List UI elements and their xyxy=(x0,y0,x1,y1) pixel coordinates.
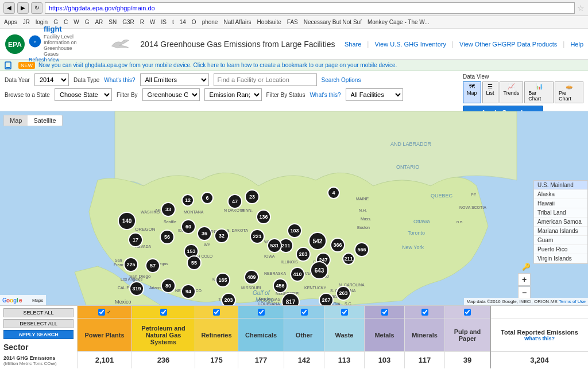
cluster-33[interactable]: 33 xyxy=(161,202,176,217)
bottom-apply-search-button[interactable]: APPLY SEARCH xyxy=(3,330,74,339)
cluster-36[interactable]: 36 xyxy=(197,226,212,241)
whats-this-link[interactable]: What's this? xyxy=(104,77,135,83)
cluster-32[interactable]: 32 xyxy=(214,228,229,243)
cluster-56[interactable]: 56 xyxy=(160,230,175,244)
cluster-55[interactable]: 55 xyxy=(187,255,202,270)
cluster-263[interactable]: 263 xyxy=(336,286,351,301)
cluster-643[interactable]: 643 xyxy=(310,261,328,279)
cluster-531[interactable]: 531 xyxy=(267,238,282,253)
bookmark-ar[interactable]: AR xyxy=(93,18,105,26)
bookmark-g2[interactable]: G xyxy=(83,18,91,26)
cluster-225[interactable]: 225 xyxy=(123,257,138,272)
region-us-mainland[interactable]: U.S. Mainland xyxy=(534,181,587,190)
map-toggle-map-button[interactable]: Map xyxy=(4,115,28,126)
cluster-203[interactable]: 203 xyxy=(221,293,236,305)
bookmark-necessary[interactable]: Necessary But Not Suf xyxy=(302,18,363,26)
state-select[interactable]: Choose State xyxy=(55,88,112,101)
bookmark-sn[interactable]: SN xyxy=(107,18,118,26)
cluster-366[interactable]: 366 xyxy=(330,238,345,252)
facility-search-input[interactable] xyxy=(214,73,317,86)
other-checkbox[interactable] xyxy=(301,309,308,316)
region-alaska[interactable]: Alaska xyxy=(534,190,587,199)
share-link[interactable]: Share xyxy=(345,41,361,48)
cluster-566[interactable]: 566 xyxy=(354,242,369,257)
deselect-all-button[interactable]: DESELECT ALL xyxy=(3,319,74,328)
cluster-17[interactable]: 17 xyxy=(128,232,143,247)
bookmark-w1[interactable]: W xyxy=(72,18,80,26)
cluster-283[interactable]: 283 xyxy=(296,247,311,262)
us-ghg-inventory-link[interactable]: View U.S. GHG Inventory xyxy=(374,41,446,48)
bookmark-t[interactable]: t xyxy=(171,18,176,26)
region-puerto-rico[interactable]: Puerto Rico xyxy=(534,245,587,254)
data-year-select[interactable]: 2014 xyxy=(34,73,69,86)
power-plants-checkbox[interactable] xyxy=(98,309,105,316)
chemicals-checkbox[interactable] xyxy=(258,309,265,316)
nav-refresh-button[interactable]: ↻ xyxy=(31,2,42,14)
trends-view-button[interactable]: 📈 Trends xyxy=(500,81,524,103)
cluster-489[interactable]: 489 xyxy=(244,270,259,285)
bookmark-is[interactable]: IS xyxy=(159,18,168,26)
mobile-bar-text[interactable]: Now you can visit ghgdata.epa.gov from y… xyxy=(38,62,397,68)
cluster-4[interactable]: 4 xyxy=(327,186,340,199)
cluster-94[interactable]: 94 xyxy=(181,284,196,299)
list-view-button[interactable]: ☰ List xyxy=(482,81,498,103)
bookmark-phone[interactable]: phone xyxy=(200,18,220,26)
select-all-button[interactable]: SELECT ALL xyxy=(3,308,74,317)
bookmark-apps[interactable]: Apps xyxy=(2,18,19,26)
help-link[interactable]: Help xyxy=(570,41,583,48)
bookmark-14[interactable]: 14 xyxy=(178,18,188,26)
petroleum-gas-checkbox[interactable] xyxy=(160,309,167,316)
map-toggle-satellite-button[interactable]: Satellite xyxy=(28,115,61,126)
zoom-out-button[interactable]: − xyxy=(518,286,531,299)
bookmark-monkey[interactable]: Monkey Cage - The W... xyxy=(366,18,431,26)
region-virgin-islands[interactable]: Virgin Islands xyxy=(534,254,587,263)
bookmark-c[interactable]: C xyxy=(62,18,69,26)
cluster-60[interactable]: 60 xyxy=(181,219,196,234)
bookmark-r[interactable]: R xyxy=(138,18,146,26)
bookmark-natl[interactable]: Natl Affairs xyxy=(222,18,253,26)
map-view-button[interactable]: 🗺 Map xyxy=(463,81,481,103)
bookmark-g3r[interactable]: G3R xyxy=(121,18,136,26)
emission-range-select[interactable]: Emission Range xyxy=(204,88,262,101)
cluster-6[interactable]: 6 xyxy=(201,192,214,204)
data-type-select[interactable]: All Emitters xyxy=(140,73,209,86)
bookmark-o1[interactable]: O xyxy=(190,18,198,26)
region-tribal-land[interactable]: Tribal Land xyxy=(534,208,587,217)
filter-status-whats-this[interactable]: What's this? xyxy=(310,92,341,98)
minerals-checkbox[interactable] xyxy=(421,309,428,316)
region-hawaii[interactable]: Hawaii xyxy=(534,199,587,208)
region-american-samoa[interactable]: American Samoa xyxy=(534,217,587,227)
cluster-410[interactable]: 410 xyxy=(290,267,305,282)
cluster-456[interactable]: 456 xyxy=(273,278,288,293)
nav-forward-button[interactable]: ▶ xyxy=(17,2,29,14)
cluster-211b[interactable]: 211 xyxy=(342,252,355,265)
pulp-paper-checkbox[interactable] xyxy=(464,309,471,316)
waste-checkbox[interactable] xyxy=(341,309,348,316)
region-mariana-islands[interactable]: Mariana Islands xyxy=(534,227,587,236)
cluster-140[interactable]: 140 xyxy=(118,212,136,230)
cluster-12[interactable]: 12 xyxy=(181,194,194,207)
cluster-80[interactable]: 80 xyxy=(161,278,176,293)
cluster-47[interactable]: 47 xyxy=(227,194,242,209)
cluster-267[interactable]: 267 xyxy=(319,293,334,305)
bookmark-fas[interactable]: FAS xyxy=(285,18,300,26)
bookmark-hootsuite[interactable]: Hootsuite xyxy=(256,18,283,26)
zoom-in-button[interactable]: + xyxy=(518,273,531,286)
bookmark-jr[interactable]: JR xyxy=(21,18,32,26)
map-legend-button[interactable]: 🔑 xyxy=(522,263,531,271)
nav-back-button[interactable]: ◀ xyxy=(3,2,15,14)
cluster-165[interactable]: 165 xyxy=(215,273,230,287)
cluster-23[interactable]: 23 xyxy=(245,189,260,204)
region-guam[interactable]: Guam xyxy=(534,236,587,245)
cluster-542[interactable]: 542 xyxy=(308,232,327,250)
pie-chart-view-button[interactable]: 🥧 Pie Chart xyxy=(555,81,583,103)
cluster-103[interactable]: 103 xyxy=(287,223,302,238)
refineries-checkbox[interactable] xyxy=(213,309,220,316)
other-ghgrp-link[interactable]: View Other GHGRP Data Products xyxy=(459,41,557,48)
bar-chart-view-button[interactable]: 📊 Bar Chart xyxy=(524,81,554,103)
metals-checkbox[interactable] xyxy=(381,309,388,316)
terms-of-use-link[interactable]: Terms of Use xyxy=(559,299,586,304)
address-bar[interactable] xyxy=(45,2,575,14)
cluster-57[interactable]: 57 xyxy=(145,258,160,273)
cluster-319[interactable]: 319 xyxy=(129,281,144,296)
